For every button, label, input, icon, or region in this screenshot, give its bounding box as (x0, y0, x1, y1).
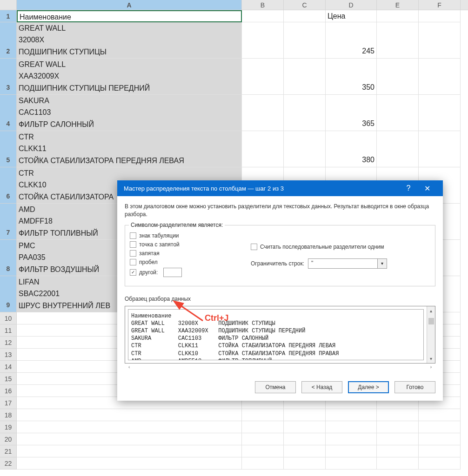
cell[interactable] (419, 131, 461, 167)
cell[interactable] (419, 59, 461, 95)
cell[interactable] (242, 22, 284, 59)
cell[interactable] (419, 95, 461, 131)
row-header[interactable]: 3 (0, 59, 17, 95)
cell[interactable] (377, 433, 419, 445)
cell[interactable] (242, 95, 284, 131)
row-header[interactable]: 12 (0, 337, 17, 349)
cell[interactable] (377, 10, 419, 22)
cell[interactable] (17, 409, 242, 421)
cell[interactable] (17, 433, 242, 445)
cell[interactable] (419, 409, 461, 421)
text-qualifier-value[interactable]: " (308, 258, 378, 269)
cell[interactable] (242, 421, 284, 433)
row-header[interactable]: 5 (0, 131, 17, 167)
scroll-left-icon[interactable]: ‹ (128, 364, 130, 371)
cell[interactable] (284, 433, 326, 445)
cell[interactable] (242, 131, 284, 167)
cell[interactable] (419, 421, 461, 433)
cell[interactable] (377, 445, 419, 457)
select-all-corner[interactable] (0, 0, 17, 10)
row-header[interactable]: 13 (0, 349, 17, 361)
scroll-down-icon[interactable]: ▾ (430, 354, 432, 363)
preview-vscrollbar[interactable]: ▴ ▾ (427, 306, 435, 363)
help-icon[interactable]: ? (399, 184, 418, 192)
scroll-up-icon[interactable]: ▴ (430, 306, 432, 315)
row-header[interactable]: 1 (0, 10, 17, 22)
text-qualifier-dropdown-icon[interactable]: ▾ (378, 258, 387, 269)
cell[interactable] (284, 445, 326, 457)
row-header[interactable]: 22 (0, 457, 17, 469)
row-header[interactable]: 14 (0, 361, 17, 373)
row-header[interactable]: 16 (0, 385, 17, 397)
row-header[interactable]: 8 (0, 240, 17, 276)
col-header-e[interactable]: E (377, 0, 419, 10)
cell[interactable] (419, 10, 461, 22)
cell[interactable] (284, 131, 326, 167)
cell[interactable] (377, 131, 419, 167)
next-button[interactable]: Далее > (348, 381, 389, 393)
cell[interactable] (284, 457, 326, 469)
checkbox-other[interactable] (130, 269, 136, 276)
cell[interactable] (419, 433, 461, 445)
cell[interactable] (326, 421, 377, 433)
row-header[interactable]: 18 (0, 409, 17, 421)
checkbox-tab[interactable] (130, 232, 136, 239)
cell[interactable] (326, 457, 377, 469)
cell-a[interactable]: GREAT WALLXAA32009XПОДШИПНИК СТУПИЦЫ ПЕР… (17, 59, 242, 95)
row-header[interactable]: 15 (0, 373, 17, 385)
other-delimiter-input[interactable] (163, 268, 182, 277)
row-header[interactable]: 10 (0, 312, 17, 324)
col-header-c[interactable]: C (284, 0, 326, 10)
cell[interactable] (284, 22, 326, 59)
cell-a[interactable]: CTRCLKK11СТОЙКА СТАБИЛИЗАТОРА ПЕРЕДНЯЯ Л… (17, 131, 242, 167)
row-header[interactable]: 11 (0, 324, 17, 337)
close-icon[interactable]: ✕ (418, 184, 436, 193)
cell[interactable] (326, 445, 377, 457)
cell-d1[interactable]: Цена (326, 10, 377, 22)
row-header[interactable]: 20 (0, 433, 17, 445)
row-header[interactable]: 19 (0, 421, 17, 433)
col-header-b[interactable]: B (242, 0, 284, 10)
back-button[interactable]: < Назад (301, 381, 342, 393)
cell[interactable] (377, 409, 419, 421)
cell[interactable] (242, 457, 284, 469)
cell[interactable] (242, 433, 284, 445)
cell[interactable] (377, 22, 419, 59)
cell[interactable] (419, 457, 461, 469)
cell[interactable] (17, 457, 242, 469)
cell[interactable] (326, 433, 377, 445)
finish-button[interactable]: Готово (394, 381, 435, 393)
cell[interactable] (242, 445, 284, 457)
cell[interactable] (377, 421, 419, 433)
col-header-d[interactable]: D (326, 0, 377, 10)
cell[interactable] (242, 10, 284, 22)
cell-d[interactable]: 350 (326, 59, 377, 95)
cell-d[interactable]: 365 (326, 95, 377, 131)
cell[interactable] (377, 59, 419, 95)
cell-a1[interactable]: Наименование (17, 10, 242, 22)
checkbox-space[interactable] (130, 259, 136, 265)
cell[interactable] (326, 409, 377, 421)
cancel-button[interactable]: Отмена (255, 381, 296, 393)
row-header[interactable]: 4 (0, 95, 17, 131)
cell[interactable] (242, 409, 284, 421)
row-header[interactable]: 7 (0, 204, 17, 240)
cell[interactable] (284, 10, 326, 22)
cell-d[interactable]: 245 (326, 22, 377, 59)
cell[interactable] (284, 421, 326, 433)
cell[interactable] (242, 59, 284, 95)
cell[interactable] (419, 22, 461, 59)
cell-d[interactable]: 380 (326, 131, 377, 167)
row-header[interactable]: 9 (0, 276, 17, 312)
cell[interactable] (419, 445, 461, 457)
cell[interactable] (17, 445, 242, 457)
row-header[interactable]: 17 (0, 397, 17, 409)
row-header[interactable]: 6 (0, 167, 17, 204)
checkbox-comma[interactable] (130, 250, 136, 257)
cell[interactable] (284, 59, 326, 95)
cell[interactable] (284, 409, 326, 421)
cell[interactable] (17, 421, 242, 433)
scroll-thumb[interactable] (428, 318, 434, 324)
checkbox-consecutive[interactable] (251, 244, 257, 250)
cell[interactable] (377, 95, 419, 131)
